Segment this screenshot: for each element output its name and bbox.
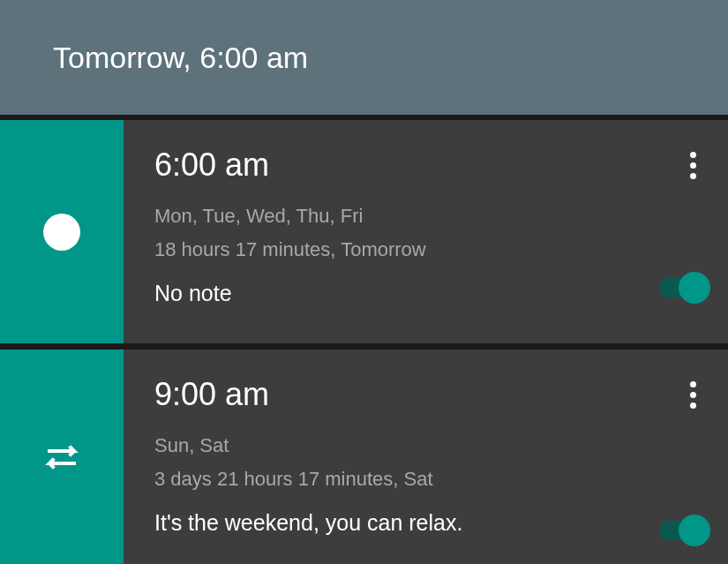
svg-point-2 <box>60 229 64 234</box>
dot-icon <box>690 173 696 179</box>
alarm-countdown: 18 hours 17 minutes, Tomorrow <box>154 238 697 261</box>
toggle-thumb <box>679 272 710 304</box>
alarm-content: 9:00 am Sun, Sat 3 days 21 hours 17 minu… <box>124 350 728 564</box>
next-alarm-title: Tomorrow, 6:00 am <box>53 41 308 75</box>
more-options-button[interactable] <box>683 145 703 186</box>
alarm-note: No note <box>154 281 697 306</box>
alarm-days: Sun, Sat <box>154 434 697 457</box>
alarm-time: 9:00 am <box>154 376 697 413</box>
dot-icon <box>690 381 696 387</box>
alarm-content: 6:00 am Mon, Tue, Wed, Thu, Fri 18 hours… <box>124 120 728 343</box>
toggle-thumb <box>679 515 710 546</box>
alarm-icon-box <box>0 350 124 564</box>
repeat-icon <box>44 442 79 472</box>
compass-icon <box>42 213 81 252</box>
header: Tomorrow, 6:00 am <box>0 0 728 115</box>
alarm-card[interactable]: 6:00 am Mon, Tue, Wed, Thu, Fri 18 hours… <box>0 120 728 343</box>
dot-icon <box>690 392 696 398</box>
alarm-toggle[interactable] <box>659 515 710 546</box>
alarm-countdown: 3 days 21 hours 17 minutes, Sat <box>154 468 697 491</box>
alarm-list: 6:00 am Mon, Tue, Wed, Thu, Fri 18 hours… <box>0 115 728 564</box>
alarm-toggle[interactable] <box>659 272 710 304</box>
alarm-days: Mon, Tue, Wed, Thu, Fri <box>154 205 697 228</box>
dot-icon <box>690 162 696 169</box>
alarm-time: 6:00 am <box>154 147 697 184</box>
alarm-card[interactable]: 9:00 am Sun, Sat 3 days 21 hours 17 minu… <box>0 350 728 564</box>
alarm-icon-box <box>0 120 124 343</box>
dot-icon <box>690 152 696 158</box>
dot-icon <box>690 402 696 409</box>
more-options-button[interactable] <box>683 374 703 416</box>
alarm-note: It's the weekend, you can relax. <box>154 510 697 536</box>
